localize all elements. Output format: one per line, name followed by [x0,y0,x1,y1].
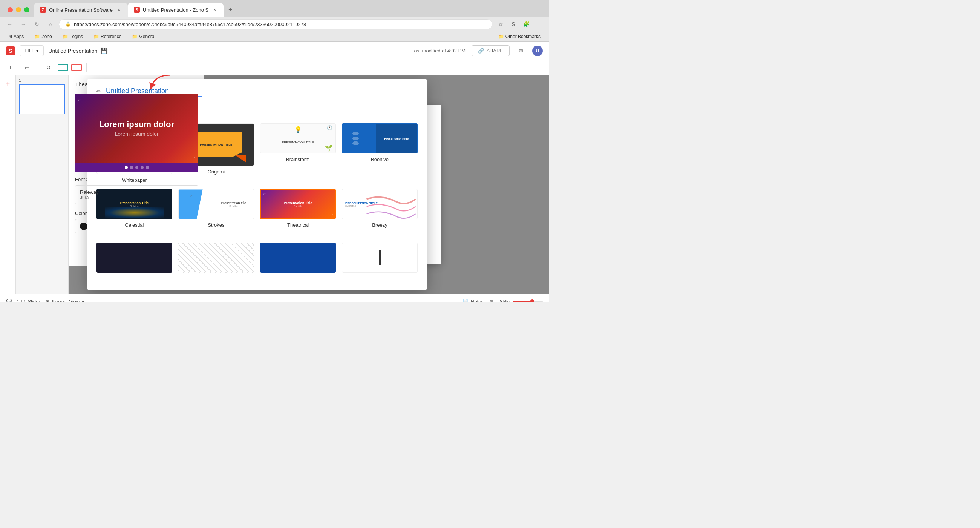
window-maximize[interactable] [24,7,29,13]
user-avatar[interactable]: U [532,46,543,56]
mini-bar [379,250,381,265]
hex-1 [352,132,359,136]
bulb-icon: 💡 [294,126,302,133]
add-slide-button[interactable]: + [2,78,14,90]
back-button[interactable]: ← [5,19,15,29]
notes-icon: 📄 [463,299,469,302]
font-name2: Jura [80,195,188,200]
tab1-close[interactable]: ✕ [116,7,122,13]
template-theatrical[interactable]: ⌐ Presentation Title Subtitle ¬ Theatric… [260,189,336,236]
window-minimize[interactable] [16,7,21,13]
plant-icon: 🌱 [325,144,332,152]
bookmark-logins[interactable]: 📁 Logins [60,33,85,40]
chat-icon-area: 💬 [6,299,12,302]
dot-2[interactable] [130,166,133,169]
template-breezy[interactable]: PRESENTATION TITLE SUBTITLE Breezy [342,189,418,236]
theatrical-label: Theatrical [260,222,336,228]
dot-1[interactable] [125,166,128,169]
template-pattern[interactable] [178,242,254,284]
strokes-subtitle: Subtitle [221,205,246,207]
hex-2 [352,137,359,140]
toolbar-rect [71,64,82,71]
home-button[interactable]: ⌂ [45,19,56,29]
beehive-text: Presentation title [383,136,410,142]
breezy-subtitle: SUBTITLE [345,205,378,207]
mini-thumb [342,242,418,273]
preview-lorem-text: Lorem ipsum dolor [99,120,174,129]
save-icon[interactable]: 💾 [100,47,108,54]
theatrical-title-text: Presentation Title [284,201,312,205]
notes-button[interactable]: 📄 Notes [463,299,484,302]
bookmark-reference[interactable]: 📁 Reference [91,33,124,40]
preview-corner-br: ¬ [192,154,195,160]
view-mode-label: Normal View [52,299,80,302]
dot-5[interactable] [146,166,149,169]
bookmark-apps[interactable]: ⊞ Apps [6,33,26,40]
color-black[interactable] [80,223,88,230]
folder-icon-4: 📁 [132,34,138,39]
new-tab-button[interactable]: + [225,5,235,15]
tab2-close[interactable]: ✕ [212,7,218,13]
bookmark-zoho-label: Zoho [41,34,52,39]
strokes-label: Strokes [178,222,254,228]
brainstorm-title-text: PRESENTATION TITLE [282,141,314,144]
toolbar-undo[interactable]: ↺ [43,61,55,73]
bookmark-other-label: Other Bookmarks [506,34,541,39]
celestial-title-text: Presentation Title [120,201,148,205]
browser-toolbar: ← → ↻ ⌂ 🔒 https://docs.zoho.com/show/ope… [0,17,549,32]
template-beehive[interactable]: Presentation title Beehive [342,123,418,183]
dot-4[interactable] [141,166,143,169]
template-mini[interactable] [342,242,418,284]
bookmark-logins-label: Logins [70,34,83,39]
window-close[interactable] [8,7,13,13]
slide-thumbnail[interactable] [19,84,65,114]
beehive-thumb: Presentation title [342,123,418,153]
tab1-icon: Z [40,7,46,13]
bookmark-apps-label: Apps [14,34,24,39]
status-left: 💬 1 / 1 Slides ⊞ Normal View ▾ [6,299,84,302]
theatrical-corner-br: ¬ [330,212,333,217]
status-right: 📄 Notes ⊟ 85% [463,299,543,302]
bookmark-zoho[interactable]: 📁 Zoho [32,33,54,40]
toolbar-btn-1[interactable]: ⊢ [6,61,18,73]
pattern-thumb [178,242,254,273]
celestial-label: Celestial [97,222,172,228]
folder-icon: 📁 [34,34,40,39]
view-mode-arrow: ▾ [82,299,84,302]
grid-icon: ⊞ [46,299,50,302]
chat-icon: 💬 [6,299,12,302]
share-button[interactable]: 🔗 SHARE [471,45,510,56]
mail-icon[interactable]: ✉ [515,46,526,56]
profile-icon[interactable]: S [508,19,519,29]
breezy-title-text: PRESENTATION TITLE [345,201,378,205]
beehive-hex-area [343,124,369,153]
tab-1[interactable]: Z Online Presentation Software ✕ [34,3,128,17]
dot-3[interactable] [135,166,138,169]
origami-text: PRESENTATION TITLE [200,143,232,146]
menu-dots[interactable]: ⋮ [534,19,544,29]
tab-2[interactable]: S Untitled Presentation - Zoho S ✕ [128,3,224,17]
template-darkblue[interactable] [260,242,336,284]
address-bar[interactable]: 🔒 https://docs.zoho.com/show/open/c72leb… [59,19,492,29]
template-dark[interactable] [97,242,172,284]
template-brainstorm[interactable]: 💡 PRESENTATION TITLE 🌱 🕐 Brainstorm [260,123,336,183]
toolbar-btn-2[interactable]: ▭ [21,61,33,73]
bookmark-star[interactable]: ☆ [495,19,506,29]
file-menu[interactable]: FILE ▾ [20,45,44,56]
theatrical-subtitle: Subtitle [294,205,302,207]
preview-lorem-sub: Lorem ipsum dolor [115,131,159,137]
celestial-subtitle: Subtitle [130,205,139,207]
refresh-button[interactable]: ↻ [32,19,42,29]
notes-label: Notes [471,299,484,302]
bookmark-other[interactable]: 📁 Other Bookmarks [496,33,543,40]
darkblue-thumb [260,242,336,273]
whitepaper-label: Whitepaper [97,177,172,183]
zoom-level: 85% [500,299,510,302]
bookmark-general[interactable]: 📁 General [130,33,158,40]
forward-button[interactable]: → [18,19,29,29]
total-slides: / 1 Slides [21,299,41,302]
zoom-slider[interactable] [512,301,543,302]
zoom-handle[interactable] [530,300,535,302]
view-mode-area[interactable]: ⊞ Normal View ▾ [46,299,84,302]
extensions-icon[interactable]: 🧩 [521,19,531,29]
